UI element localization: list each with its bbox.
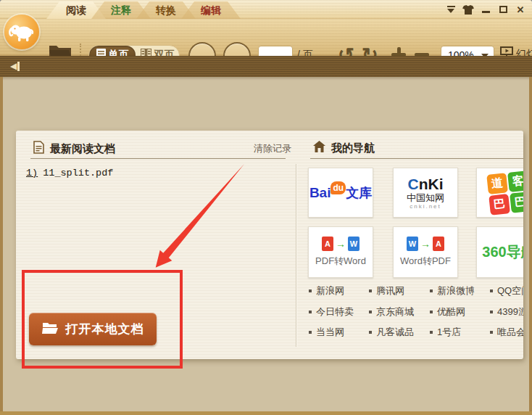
maximize-button[interactable] [497, 4, 509, 15]
bullet-icon [369, 331, 372, 334]
docin-logo: 道 客 巴 巴 [486, 170, 523, 215]
window-controls: ✕ [445, 4, 526, 15]
tile-label: PDF转Word [315, 255, 366, 268]
convert-arrow-icon: → [420, 238, 431, 250]
nav-link[interactable]: 京东商城 [369, 305, 414, 319]
recent-docs-header: 最新阅读文档 [33, 141, 115, 157]
nav-link[interactable]: QQ空间 [490, 284, 523, 297]
nav-tile-docin[interactable]: 道 客 巴 巴 [476, 168, 523, 218]
nav-tile-baidu-wenku[interactable]: Bai du 文库 [308, 168, 373, 218]
bullet-icon [309, 311, 312, 313]
pdf-doc-icon: A [433, 237, 444, 251]
main-toolbar: 单页 双页 ← → / 页 ↺ ↻ 100% 幻灯片 [0, 19, 532, 56]
wenku-text: 文库 [346, 184, 372, 202]
nav-link[interactable]: 唯品会 [490, 326, 523, 339]
nav-link[interactable]: 凡客诚品 [369, 326, 414, 339]
nav-tile-360-nav[interactable]: 360导航 [476, 226, 523, 278]
tile-label: Word转PDF [400, 255, 451, 268]
360-logo-text: 360导航 [482, 242, 523, 262]
word-doc-icon: W [407, 237, 418, 251]
clear-history-link[interactable]: 清除记录 [254, 142, 291, 155]
document-icon [33, 141, 44, 157]
nav-link[interactable]: 新浪网 [309, 284, 344, 297]
divider [30, 158, 286, 159]
tab-edit[interactable]: 编辑 [181, 1, 241, 19]
nav-link[interactable]: 优酷网 [430, 305, 465, 319]
pdf-doc-icon: A [322, 237, 333, 251]
bullet-icon [309, 331, 312, 334]
close-button[interactable]: ✕ [515, 4, 526, 15]
cnki-domain: cnki.net [410, 203, 441, 210]
minimize-button[interactable] [480, 4, 491, 15]
collapse-sidebar-button[interactable]: ◀ [10, 60, 20, 72]
baidu-logo-text: Bai [309, 185, 331, 201]
nav-link[interactable]: 新浪微博 [430, 284, 475, 297]
annotation-highlight-rectangle [22, 270, 183, 369]
nav-link[interactable]: 1号店 [430, 326, 461, 339]
menu-chevron-icon[interactable] [445, 4, 457, 15]
collapse-left-icon: ◀ [10, 60, 17, 72]
my-navigation-title: 我的导航 [331, 141, 375, 155]
convert-arrow-icon: → [336, 238, 346, 250]
nav-link[interactable]: 今日特卖 [309, 305, 354, 319]
nav-link[interactable]: 4399游戏 [490, 305, 523, 319]
ribbon-tabs: 阅读 注释 转换 编辑 [46, 1, 226, 19]
app-logo-elephant-icon[interactable] [4, 15, 39, 49]
cnki-chinese-name: 中国知网 [407, 192, 444, 203]
bullet-icon [430, 311, 433, 313]
my-navigation-header: 我的导航 [313, 141, 375, 155]
file-name: 11_split.pdf [43, 168, 113, 178]
nav-tile-cnki[interactable]: CnKi 中国知网 cnki.net [393, 168, 458, 218]
window-frame-bottom [0, 411, 532, 415]
recent-docs-title: 最新阅读文档 [50, 142, 115, 156]
recent-file-item[interactable]: 1)11_split.pdf [26, 168, 113, 178]
nav-tile-pdf-to-word[interactable]: A → W PDF转Word [308, 226, 373, 278]
bullet-icon [309, 289, 312, 292]
nav-tile-word-to-pdf[interactable]: W → A Word转PDF [393, 226, 458, 278]
bullet-icon [490, 289, 493, 292]
skin-shirt-icon[interactable] [462, 4, 474, 15]
divider [310, 158, 523, 159]
file-index: 1) [26, 168, 38, 178]
window-frame-left [0, 77, 3, 415]
bullet-icon [430, 289, 433, 292]
panel-collapse-bar: ◀ [0, 56, 532, 77]
bullet-icon [430, 331, 433, 334]
bullet-icon [490, 331, 493, 334]
bullet-icon [369, 289, 372, 292]
pdf-reader-window: 阅读 注释 转换 编辑 ✕ [0, 0, 532, 415]
bullet-icon [490, 311, 493, 313]
cnki-logo-text: CnKi [408, 176, 444, 192]
nav-link[interactable]: 腾讯网 [369, 284, 404, 297]
home-icon [313, 141, 325, 155]
window-frame-right [529, 77, 532, 415]
title-bar: 阅读 注释 转换 编辑 ✕ [0, 0, 532, 19]
baidu-paw-icon: du [331, 181, 346, 194]
vertical-divider [296, 164, 296, 347]
nav-link[interactable]: 当当网 [309, 326, 344, 339]
bullet-icon [369, 311, 372, 313]
word-doc-icon: W [348, 237, 359, 251]
